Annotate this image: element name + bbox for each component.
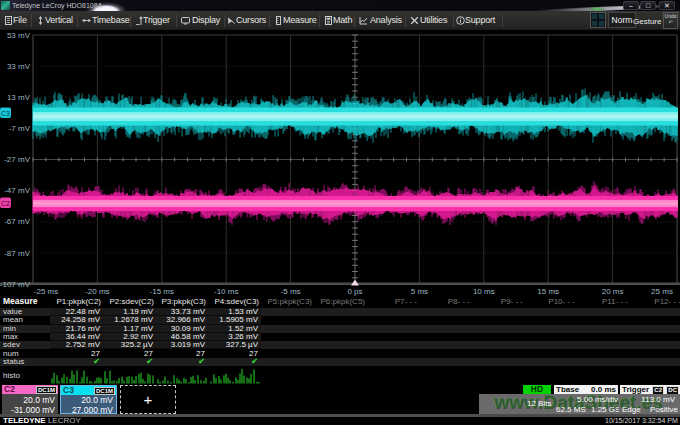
svg-text:-27 mV: -27 mV [4,155,30,164]
svg-text:15 ms: 15 ms [537,287,559,296]
svg-text:25 ms: 25 ms [651,287,673,296]
svg-text:-67 mV: -67 mV [4,217,30,226]
svg-text:-7 mV: -7 mV [9,124,31,133]
svg-text:-87 mV: -87 mV [4,249,30,258]
svg-text:-25 ms: -25 ms [34,287,58,296]
svg-text:20 ms: 20 ms [602,287,624,296]
svg-text:0 ps: 0 ps [347,287,362,296]
svg-text:5 ms: 5 ms [411,287,428,296]
svg-text:C2: C2 [1,200,10,207]
svg-text:-20 ms: -20 ms [85,287,109,296]
svg-text:C3: C3 [1,110,10,117]
svg-text:-5 ms: -5 ms [281,287,301,296]
svg-text:33 mV: 33 mV [7,62,31,71]
svg-text:13 mV: 13 mV [7,93,31,102]
svg-text:-15 ms: -15 ms [150,287,174,296]
svg-text:53 mV: 53 mV [7,31,31,40]
svg-text:-47 mV: -47 mV [4,186,30,195]
svg-text:-107 mV: -107 mV [0,280,31,289]
svg-text:-10 ms: -10 ms [214,287,238,296]
svg-text:10 ms: 10 ms [473,287,495,296]
